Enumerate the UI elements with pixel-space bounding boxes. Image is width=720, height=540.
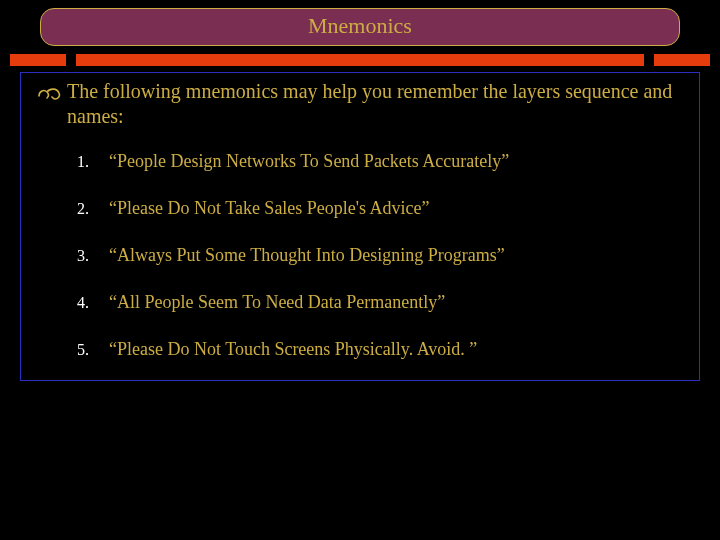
item-number: 1. bbox=[77, 153, 109, 171]
list-item: 2. “Please Do Not Take Sales People's Ad… bbox=[77, 198, 689, 219]
item-number: 4. bbox=[77, 294, 109, 312]
item-text: “Please Do Not Take Sales People's Advic… bbox=[109, 198, 430, 219]
divider-bar bbox=[10, 54, 710, 66]
item-number: 2. bbox=[77, 200, 109, 218]
bullet-icon bbox=[31, 79, 67, 109]
item-text: “Please Do Not Touch Screens Physically.… bbox=[109, 339, 477, 360]
list-item: 4. “All People Seem To Need Data Permane… bbox=[77, 292, 689, 313]
title-banner: Mnemonics bbox=[40, 8, 680, 46]
list-item: 1. “People Design Networks To Send Packe… bbox=[77, 151, 689, 172]
divider-gap bbox=[66, 54, 76, 66]
mnemonic-list: 1. “People Design Networks To Send Packe… bbox=[77, 151, 689, 360]
page-title: Mnemonics bbox=[308, 13, 412, 38]
item-text: “Always Put Some Thought Into Designing … bbox=[109, 245, 505, 266]
item-number: 3. bbox=[77, 247, 109, 265]
intro-row: The following mnemonics may help you rem… bbox=[31, 79, 689, 129]
item-text: “All People Seem To Need Data Permanentl… bbox=[109, 292, 445, 313]
list-item: 3. “Always Put Some Thought Into Designi… bbox=[77, 245, 689, 266]
item-text: “People Design Networks To Send Packets … bbox=[109, 151, 509, 172]
intro-text: The following mnemonics may help you rem… bbox=[67, 79, 689, 129]
content-box: The following mnemonics may help you rem… bbox=[20, 72, 700, 381]
list-item: 5. “Please Do Not Touch Screens Physical… bbox=[77, 339, 689, 360]
item-number: 5. bbox=[77, 341, 109, 359]
divider-gap bbox=[644, 54, 654, 66]
